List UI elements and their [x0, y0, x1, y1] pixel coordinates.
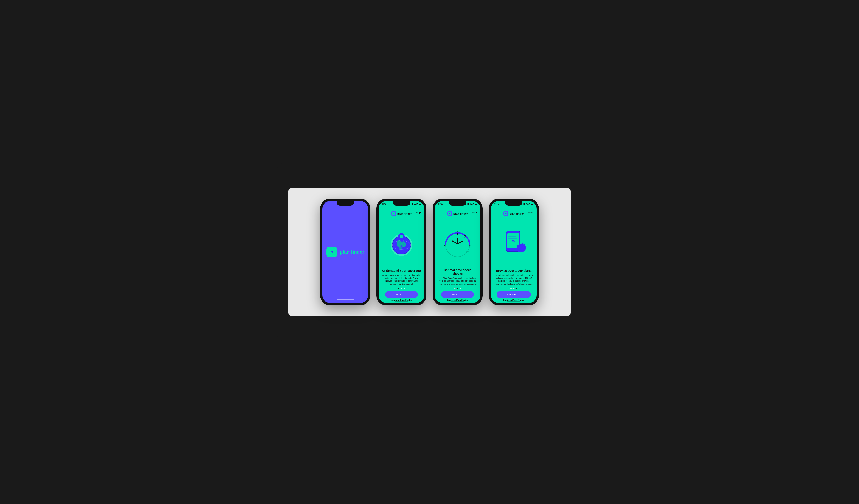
notch [505, 201, 523, 206]
status-icons-3: ▌▌▌ WiFi ▬ [465, 203, 477, 205]
svg-text:20: 20 [464, 234, 466, 236]
finish-button[interactable]: FINISH → [497, 291, 531, 298]
svg-rect-14 [448, 212, 451, 215]
svg-text:50: 50 [469, 244, 471, 246]
phone-onboarding-2: 9:41 ▌▌▌ WiFi ▬ [433, 199, 483, 305]
home-indicator [507, 301, 520, 302]
phone-onboarding-3: 9:41 ▌▌▌ WiFi ▬ [489, 199, 539, 305]
app-bar-4: plan finder Skip [491, 205, 537, 217]
skip-button-3[interactable]: Skip [472, 211, 477, 214]
svg-line-22 [464, 236, 466, 237]
app-bar-logo: plan finder [391, 211, 412, 216]
app-bar-logo-4: plan finder [503, 211, 524, 216]
app-bar-icon [391, 211, 396, 216]
svg-text:100: 100 [467, 251, 469, 253]
svg-point-4 [393, 213, 393, 214]
svg-point-30 [505, 213, 506, 214]
battery-icon: ▬ [419, 203, 421, 205]
battery-icon: ▬ [531, 203, 533, 205]
wifi-icon: WiFi [470, 203, 474, 205]
status-icons: ▌▌▌ WiFi ▬ [409, 203, 421, 205]
phone-splash: plan finder [320, 199, 370, 305]
svg-point-15 [449, 213, 450, 214]
status-icons-4: ▌▌▌ WiFi ▬ [522, 203, 533, 205]
app-bar-name-4: plan finder [510, 212, 524, 215]
onboard-desc-2: Use Plan Finder's network meter to check… [438, 277, 477, 285]
next-button-2[interactable]: NEXT → [441, 291, 474, 298]
onboarding-screen-3: 9:41 ▌▌▌ WiFi ▬ [491, 201, 537, 303]
app-bar-icon-4 [503, 211, 508, 216]
home-indicator [451, 301, 464, 302]
home-indicator [336, 299, 354, 300]
next-button-1[interactable]: NEXT → [385, 291, 418, 298]
status-time-3: 9:41 [438, 203, 442, 205]
notch [449, 201, 466, 206]
onboard-content-2: Get real time speed checks Use Plan Find… [435, 268, 480, 287]
svg-point-13 [400, 235, 403, 238]
onboard-title-2: Get real time speed checks [438, 268, 477, 275]
svg-rect-35 [508, 236, 516, 237]
speed-illustration: 0 10 5 20 50 100 [435, 217, 480, 268]
outer-frame: plan finder 9:41 ▌▌▌ WiFi ▬ [277, 163, 582, 341]
dot-3 [460, 288, 461, 289]
svg-text:10: 10 [456, 231, 458, 233]
onboard-title-3: Browse over 1,000 plans [496, 269, 531, 272]
dot-1 [510, 288, 512, 289]
wifi-icon: WiFi [526, 203, 530, 205]
arrow-right-icon: → [518, 293, 520, 296]
onboard-content-1: Understand your coverage Wanna know wher… [379, 269, 424, 287]
svg-point-5 [394, 213, 394, 214]
battery-icon: ▬ [475, 203, 477, 205]
skip-button[interactable]: Skip [416, 211, 421, 214]
home-indicator [395, 301, 408, 302]
splash-screen: plan finder [322, 201, 368, 303]
svg-point-1 [331, 251, 332, 252]
splash-app-name: plan finder [340, 249, 364, 255]
inner-container: plan finder 9:41 ▌▌▌ WiFi ▬ [288, 188, 571, 316]
svg-text:5: 5 [451, 234, 453, 236]
svg-text:0: 0 [444, 244, 445, 246]
app-bar-logo-3: plan finder [447, 211, 468, 216]
pagination-dots-3 [510, 288, 517, 289]
svg-rect-0 [329, 249, 335, 255]
app-bar-name: plan finder [397, 212, 412, 215]
splash-logo: plan finder [326, 247, 364, 257]
svg-point-9 [402, 241, 406, 248]
onboard-desc-1: Wanna know where you're dropping calls? … [382, 274, 421, 285]
dot-3 [516, 288, 517, 289]
finish-label: FINISH [508, 293, 516, 296]
skip-button-4[interactable]: Skip [528, 211, 533, 214]
onboard-desc-3: Plan Finder makes plan shopping easy by … [494, 274, 533, 285]
app-bar-3: plan finder Skip [435, 205, 480, 217]
notch [393, 201, 410, 206]
status-time: 9:41 [382, 203, 387, 205]
onboarding-screen-2: 9:41 ▌▌▌ WiFi ▬ [435, 201, 480, 303]
splash-app-icon [326, 247, 337, 257]
app-bar: plan finder Skip [379, 205, 424, 217]
app-bar-icon-3 [447, 211, 452, 216]
phone-onboarding-1: 9:41 ▌▌▌ WiFi ▬ [376, 199, 426, 305]
dot-2 [513, 288, 515, 289]
pagination-dots-1 [398, 288, 405, 289]
dot-1 [398, 288, 400, 289]
svg-line-21 [450, 236, 451, 237]
browse-illustration [491, 217, 537, 269]
onboard-content-3: Browse over 1,000 plans Plan Finder make… [491, 269, 537, 287]
svg-point-2 [332, 251, 333, 252]
dot-1 [454, 288, 456, 289]
app-bar-name-3: plan finder [453, 212, 468, 215]
svg-rect-29 [504, 212, 508, 215]
notch [336, 201, 354, 206]
onboarding-screen-1: 9:41 ▌▌▌ WiFi ▬ [379, 201, 424, 303]
arrow-right-icon: → [405, 293, 407, 296]
dot-2 [457, 288, 458, 289]
svg-point-31 [506, 213, 506, 214]
dot-3 [404, 288, 405, 289]
next-label-1: NEXT [396, 293, 403, 296]
coverage-illustration [379, 217, 424, 269]
svg-point-16 [450, 213, 450, 214]
dot-2 [401, 288, 402, 289]
wifi-icon: WiFi [414, 203, 418, 205]
svg-rect-36 [508, 238, 517, 239]
next-label-2: NEXT [452, 293, 459, 296]
